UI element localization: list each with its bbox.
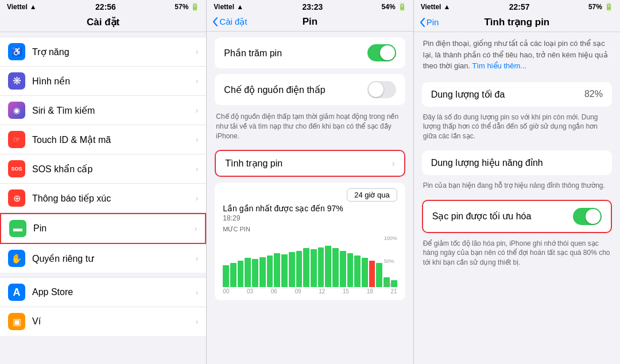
chart-bar-18	[354, 255, 361, 287]
intro-text: Pin điện thoại, giống như tất cả các loạ…	[414, 32, 620, 78]
x-21: 21	[390, 288, 397, 295]
chart-bars	[223, 235, 397, 287]
chart-bar-9	[289, 252, 295, 287]
sos-label: SOS khẩn cấp	[32, 164, 196, 175]
nav-back-p3[interactable]: Pin	[420, 17, 439, 27]
nav-title-p2: Pin	[303, 16, 317, 28]
touch-id-chevron: ›	[196, 135, 199, 144]
settings-section-1: ♿ Trợ năng › ❋ Hình nền › ◉ Siri & Tìm k…	[0, 37, 206, 273]
x-00: 00	[223, 288, 229, 295]
settings-item-thong-bao[interactable]: ⊕ Thông báo tiếp xúc ›	[0, 184, 206, 213]
quyen-label: Quyền riêng tư	[32, 253, 196, 264]
panel-settings: Viettel ▲ 22:56 57% 🔋 Cài đặt ♿ Trợ năng…	[0, 0, 206, 364]
time-p3: 22:57	[509, 2, 530, 11]
hinh-nen-chevron: ›	[196, 76, 199, 86]
chart-bar-11	[303, 248, 309, 287]
chart-x-labels: 00 03 06 09 12 15 18 21	[223, 288, 397, 295]
dung-luong-toi-da-desc: Đây là số đo dung lượng pin so với khi p…	[414, 111, 620, 146]
chart-bar-13	[318, 247, 324, 288]
settings-item-pin[interactable]: ▬ Pin ›	[0, 213, 206, 244]
carrier-p3: Viettel	[421, 3, 441, 11]
phan-tram-row[interactable]: Phần trăm pin	[215, 37, 405, 68]
settings-section-2: A App Store › ▣ Ví ›	[0, 277, 206, 336]
phan-tram-label: Phần trăm pin	[224, 48, 367, 59]
hinh-nen-label: Hình nền	[32, 76, 196, 87]
settings-item-sos[interactable]: SOS SOS khẩn cấp ›	[0, 154, 206, 184]
status-bar-p2: Viettel ▲ 23:23 54% 🔋	[207, 0, 413, 13]
x-09: 09	[295, 288, 301, 295]
sos-icon: SOS	[8, 160, 25, 177]
vi-chevron: ›	[196, 317, 199, 326]
battery-icon-p3: 🔋	[604, 3, 613, 11]
chart-bar-5	[259, 257, 266, 288]
settings-item-hinh-nen[interactable]: ❋ Hình nền ›	[0, 67, 206, 96]
settings-item-app-store[interactable]: A App Store ›	[0, 277, 206, 307]
x-12: 12	[319, 288, 325, 295]
status-bar-p3: Viettel ▲ 22:57 57% 🔋	[414, 0, 620, 13]
time-p2: 23:23	[302, 2, 323, 11]
settings-item-quyen-rieng-tu[interactable]: ✋ Quyền riêng tư ›	[0, 244, 206, 273]
battery-p3: 57%	[588, 3, 602, 11]
sac-pin-row[interactable]: Sạc pin được tối ưu hóa	[423, 201, 611, 232]
phan-tram-toggle[interactable]	[367, 44, 396, 61]
carrier-p2: Viettel	[214, 3, 234, 11]
settings-item-tro-nang[interactable]: ♿ Trợ năng ›	[0, 37, 206, 67]
settings-item-vi[interactable]: ▣ Ví ›	[0, 307, 206, 336]
chart-y-labels: 100% 50% 0%	[384, 235, 397, 287]
app-store-chevron: ›	[196, 288, 199, 297]
nav-back-p2[interactable]: Cài đặt	[212, 17, 247, 27]
touch-id-icon: ☞	[8, 131, 25, 148]
wifi-icon-p1: ▲	[30, 3, 37, 11]
chart-bar-12	[311, 249, 317, 287]
x-06: 06	[271, 288, 277, 295]
y-0: 0%	[384, 281, 397, 287]
panel-tinh-trang: Viettel ▲ 22:57 57% 🔋 Pin Tình trạng pin…	[413, 0, 620, 364]
y-100: 100%	[384, 235, 397, 241]
chart-bar-10	[296, 251, 303, 288]
pin-content: Phần trăm pin Chế độ nguồn điện thấp Chế…	[207, 32, 413, 364]
pin-label: Pin	[33, 223, 195, 234]
chart-bar-8	[281, 254, 288, 288]
settings-item-siri[interactable]: ◉ Siri & Tìm kiếm ›	[0, 96, 206, 125]
y-50: 50%	[384, 258, 397, 264]
chart-bar-3	[245, 258, 251, 287]
nav-title-p1: Cài đặt	[87, 16, 119, 28]
tim-hieu-them-link[interactable]: Tìm hiểu thêm...	[472, 61, 527, 70]
che-do-toggle[interactable]	[367, 81, 396, 98]
status-bar-p1: Viettel ▲ 22:56 57% 🔋	[0, 0, 206, 13]
muc-pin-label: MỨC PIN	[223, 226, 397, 233]
pin-icon: ▬	[9, 220, 26, 237]
tro-nang-chevron: ›	[196, 47, 199, 56]
chart-bar-20	[369, 261, 375, 288]
che-do-section: Chế độ nguồn điện thấp	[215, 74, 405, 105]
nav-bar-p1: Cài đặt	[0, 13, 206, 32]
settings-item-touch-id[interactable]: ☞ Touch ID & Mật mã ›	[0, 125, 206, 154]
x-03: 03	[247, 288, 253, 295]
tro-nang-label: Trợ năng	[32, 47, 196, 57]
hieu-nang-row: Dung lượng hiệu năng đỉnh	[422, 150, 612, 175]
dung-luong-toi-da-row: Dung lượng tối đa 82%	[422, 82, 612, 107]
tinh-trang-section[interactable]: Tình trạng pin ›	[215, 150, 405, 177]
sac-pin-section: Sạc pin được tối ưu hóa	[422, 200, 612, 233]
dung-luong-toi-da-value: 82%	[584, 89, 603, 99]
time-p1: 22:56	[95, 2, 116, 11]
che-do-row[interactable]: Chế độ nguồn điện thấp	[215, 74, 405, 105]
battery-p1: 57%	[175, 3, 188, 11]
hieu-nang-section: Dung lượng hiệu năng đỉnh	[422, 150, 612, 175]
chart-bar-15	[332, 248, 339, 287]
tro-nang-icon: ♿	[8, 43, 25, 60]
period-btn[interactable]: 24 giờ qua	[347, 188, 397, 202]
tinh-trang-chevron: ›	[392, 158, 394, 169]
tinh-trang-row[interactable]: Tình trạng pin ›	[216, 151, 404, 176]
siri-icon: ◉	[8, 102, 25, 119]
sac-pin-toggle[interactable]	[573, 208, 602, 225]
quyen-chevron: ›	[196, 254, 199, 263]
hieu-nang-label: Dung lượng hiệu năng đỉnh	[431, 157, 603, 168]
quyen-icon: ✋	[8, 250, 25, 267]
sos-chevron: ›	[196, 164, 199, 173]
hieu-nang-desc: Pin của bạn hiện đang hỗ trợ hiệu năng đ…	[414, 180, 620, 195]
x-18: 18	[367, 288, 373, 295]
sac-pin-desc: Để giảm tốc độ lão hóa pin, iPhone ghi n…	[414, 238, 620, 272]
phan-tram-section: Phần trăm pin	[215, 37, 405, 68]
app-store-icon: A	[8, 284, 25, 301]
